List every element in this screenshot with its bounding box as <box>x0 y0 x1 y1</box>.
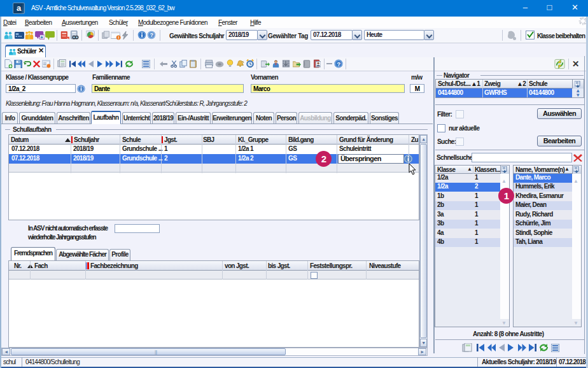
svg-text:?: ? <box>150 32 153 38</box>
